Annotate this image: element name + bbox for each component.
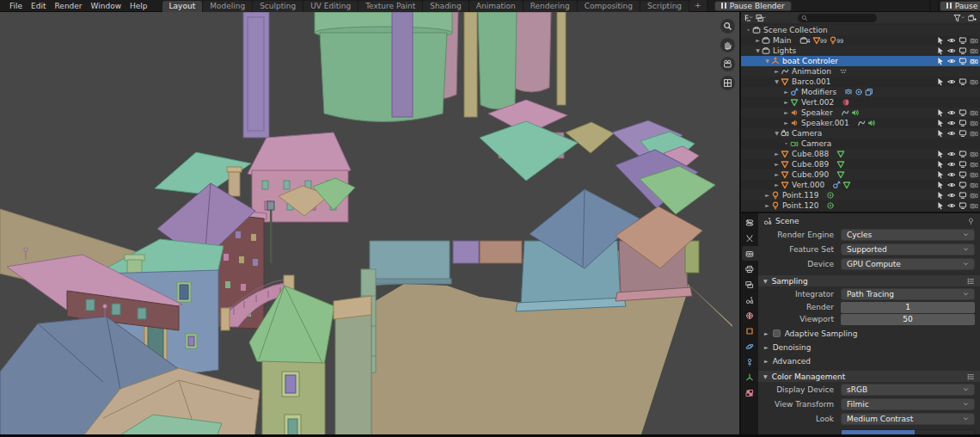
new-collection-button[interactable]	[968, 14, 977, 22]
collapse-arrow[interactable]: ▼	[763, 56, 771, 66]
selectable-toggle[interactable]	[936, 129, 945, 138]
disable-render-toggle[interactable]	[970, 170, 978, 179]
outliner-row-vert-000[interactable]: ►Vert.000	[741, 180, 980, 190]
panel-header-color-management[interactable]: ▼ Color Management	[758, 371, 980, 382]
disable-render-toggle[interactable]	[970, 191, 978, 200]
disable-render-toggle[interactable]	[970, 181, 978, 189]
hide-toggle[interactable]	[947, 119, 956, 127]
selectable-toggle[interactable]	[936, 36, 945, 45]
hide-toggle[interactable]	[947, 36, 956, 45]
orthographic-grid-gizmo-button[interactable]	[720, 76, 735, 90]
expand-arrow[interactable]: ►	[763, 190, 771, 200]
disable-viewport-toggle[interactable]	[959, 191, 967, 200]
selectable-toggle[interactable]	[936, 181, 945, 189]
workspace-tab-shading[interactable]: Shading	[423, 1, 469, 12]
disable-viewport-toggle[interactable]	[959, 160, 967, 169]
hide-toggle[interactable]	[947, 191, 956, 200]
adaptive-sampling-checkbox[interactable]	[773, 329, 781, 337]
disable-viewport-toggle[interactable]	[959, 170, 967, 179]
disable-render-toggle[interactable]	[970, 129, 978, 138]
outliner-row-animation[interactable]: ►Animation	[741, 66, 980, 77]
outliner-row-camera[interactable]: ▼Camera	[741, 128, 980, 138]
workspace-tab-rendering[interactable]: Rendering	[524, 1, 578, 12]
disable-render-toggle[interactable]	[970, 150, 978, 158]
outliner-row-point-120[interactable]: ►Point.120	[741, 200, 980, 211]
render-engine-dropdown[interactable]: Cycles	[841, 229, 975, 241]
view-transform-dropdown[interactable]: Filmic	[841, 398, 975, 410]
outliner-row-cube-089[interactable]: ►Cube.089	[741, 159, 980, 169]
expand-arrow[interactable]: ►	[773, 159, 781, 169]
menu-help[interactable]: Help	[126, 0, 152, 12]
pause-blender-button-left[interactable]: Pause Blender	[714, 1, 792, 11]
selectable-toggle[interactable]	[936, 191, 945, 200]
outliner-row-cube-088[interactable]: ►Cube.088	[741, 149, 980, 159]
add-workspace-button[interactable]: +	[689, 0, 707, 11]
disable-viewport-toggle[interactable]	[959, 129, 967, 138]
outliner-row-vert-002[interactable]: ►Vert.002	[741, 97, 980, 108]
disable-viewport-toggle[interactable]	[959, 201, 967, 210]
disable-viewport-toggle[interactable]	[959, 36, 967, 45]
disable-viewport-toggle[interactable]	[959, 119, 967, 127]
expand-arrow[interactable]: ►	[773, 169, 781, 180]
panel-header-adaptive-sampling[interactable]: ►Adaptive Sampling	[758, 328, 980, 339]
zoom-gizmo-button[interactable]	[720, 19, 735, 34]
render-number-field[interactable]: 1	[841, 302, 975, 313]
properties-tab-viewlayer[interactable]	[742, 277, 758, 292]
presets-icon[interactable]	[966, 372, 975, 381]
selectable-toggle[interactable]	[936, 160, 945, 169]
disable-render-toggle[interactable]	[970, 77, 978, 86]
expand-arrow[interactable]: ►	[782, 118, 790, 128]
camera-view-gizmo-button[interactable]	[720, 57, 735, 71]
disable-viewport-toggle[interactable]	[959, 46, 967, 55]
hide-toggle[interactable]	[947, 108, 956, 117]
properties-tab-texture[interactable]	[742, 385, 758, 400]
disable-viewport-toggle[interactable]	[959, 150, 967, 158]
hide-toggle[interactable]	[947, 150, 956, 158]
menu-file[interactable]: File	[5, 0, 27, 12]
properties-tab-physics[interactable]	[742, 339, 758, 354]
device-dropdown[interactable]: GPU Compute	[841, 258, 975, 270]
outliner-row-barco-001[interactable]: ▼Barco.001	[741, 77, 980, 87]
disable-viewport-toggle[interactable]	[959, 57, 967, 65]
disable-render-toggle[interactable]	[970, 160, 978, 169]
collapse-arrow[interactable]: ▼	[773, 77, 781, 87]
workspace-tab-uv-editing[interactable]: UV Editing	[303, 1, 358, 12]
workspace-tab-scripting[interactable]: Scripting	[640, 1, 689, 12]
disable-render-toggle[interactable]	[970, 46, 978, 55]
look-dropdown[interactable]: Medium Contrast	[841, 413, 975, 425]
menu-edit[interactable]: Edit	[27, 0, 50, 12]
hide-toggle[interactable]	[947, 170, 956, 179]
scene-selector[interactable]: Scene ✕	[929, 1, 931, 11]
pin-icon[interactable]	[967, 218, 975, 225]
expand-arrow[interactable]: ►	[782, 97, 790, 108]
outliner-row-point-119[interactable]: ►Point.119	[741, 190, 980, 200]
display-mode-dropdown[interactable]	[756, 14, 766, 22]
expand-arrow[interactable]: ►	[773, 149, 781, 159]
hide-toggle[interactable]	[947, 181, 956, 189]
outliner-search-input[interactable]	[798, 14, 877, 22]
properties-tab-tool[interactable]	[742, 231, 758, 245]
properties-tab-render[interactable]	[742, 246, 758, 261]
disable-viewport-toggle[interactable]	[959, 181, 967, 189]
disable-render-toggle[interactable]	[970, 201, 978, 210]
outliner-editor-icon[interactable]	[744, 14, 753, 22]
outliner-row-boat-controler[interactable]: ▼boat Controler	[741, 56, 980, 66]
expand-arrow[interactable]: ►	[763, 200, 771, 211]
integrator-dropdown[interactable]: Path Tracing	[841, 288, 975, 300]
selectable-toggle[interactable]	[936, 108, 945, 117]
properties-tab-output[interactable]	[742, 262, 758, 276]
hide-toggle[interactable]	[947, 129, 956, 138]
selectable-toggle[interactable]	[936, 119, 945, 127]
expand-arrow[interactable]: ►	[782, 108, 790, 118]
selectable-toggle[interactable]	[936, 150, 945, 158]
outliner-row-speaker[interactable]: ►Speaker	[741, 108, 980, 118]
outliner-row-cube-090[interactable]: ►Cube.090	[741, 169, 980, 180]
properties-tab-data[interactable]	[742, 370, 758, 385]
properties-tab-object[interactable]	[742, 323, 758, 338]
hide-toggle[interactable]	[947, 160, 956, 169]
disable-viewport-toggle[interactable]	[959, 77, 967, 86]
display-device-dropdown[interactable]: sRGB	[841, 384, 975, 396]
menu-window[interactable]: Window	[87, 0, 126, 12]
properties-editor-selector[interactable]	[742, 215, 758, 230]
selectable-toggle[interactable]	[936, 170, 945, 179]
